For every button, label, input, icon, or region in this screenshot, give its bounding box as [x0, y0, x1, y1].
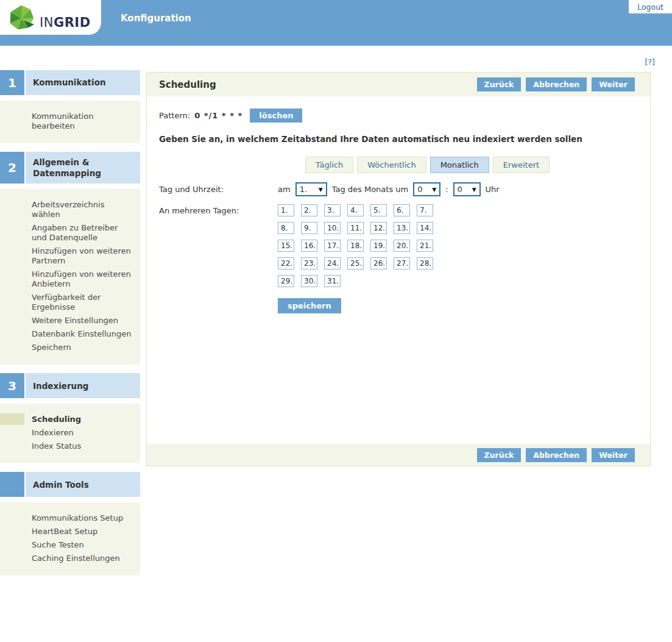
day-button-29[interactable]: 29.: [278, 275, 294, 287]
multi-days-row: An mehreren Tagen: 1.2.3.4.5.6.7.8.9.10.…: [159, 204, 638, 287]
tab-erweitert[interactable]: Erweitert: [493, 157, 550, 173]
day-button-15[interactable]: 15.: [278, 240, 294, 252]
sidebar-item-speichern[interactable]: Speichern: [0, 341, 140, 354]
day-button-27[interactable]: 27.: [394, 257, 410, 269]
minute-select[interactable]: 0 ▼: [453, 182, 481, 196]
day-button-4[interactable]: 4.: [347, 204, 364, 216]
day-button-26[interactable]: 26.: [370, 257, 387, 269]
day-button-28[interactable]: 28.: [417, 257, 433, 269]
am-text: am: [278, 185, 291, 194]
section-items: Kommunikations SetupHeartBeat SetupSuche…: [0, 502, 140, 576]
day-button-24[interactable]: 24.: [324, 257, 341, 269]
chevron-down-icon: ▼: [319, 187, 323, 193]
ingrid-logo[interactable]: INGRID: [0, 0, 101, 35]
month-day-select[interactable]: 1. ▼: [295, 182, 327, 196]
day-button-2[interactable]: 2.: [301, 204, 317, 216]
sidebar-item-caching-einstellungen[interactable]: Caching Einstellungen: [0, 552, 140, 565]
multi-days-label: An mehreren Tagen:: [159, 204, 278, 215]
day-button-17[interactable]: 17.: [324, 240, 341, 252]
sidebar-item-verfuegbarkeit-der-ergebnisse[interactable]: Verfügbarkeit der Ergebnisse: [0, 291, 140, 314]
sidebar-section-header-admin-tools: Admin Tools: [0, 472, 140, 497]
bottom-nav-buttons: ZurückAbbrechenWeiter: [477, 448, 635, 462]
day-time-controls: am 1. ▼ Tag des Monats um 0 ▼ : 0 ▼ Uhr: [278, 182, 504, 196]
day-button-14[interactable]: 14.: [417, 222, 433, 234]
between-text: Tag des Monats um: [332, 185, 409, 194]
minute-select-value: 0: [458, 185, 462, 194]
day-button-13[interactable]: 13.: [394, 222, 410, 234]
day-button-8[interactable]: 8.: [278, 222, 294, 234]
section-number: 3: [0, 373, 24, 398]
day-button-31[interactable]: 31.: [324, 275, 341, 287]
tab-woechentlich[interactable]: Wöchentlich: [357, 157, 426, 173]
save-button[interactable]: speichern: [278, 298, 341, 313]
day-button-16[interactable]: 16.: [301, 240, 317, 252]
sidebar-section-header-kommunikation: 1Kommunikation: [0, 70, 140, 95]
sidebar-section-header-allgemein-und-datenmapping: 2Allgemein & Datenmapping: [0, 152, 140, 184]
day-button-21[interactable]: 21.: [417, 240, 433, 252]
section-items: Kommunikation bearbeiten: [0, 101, 140, 143]
uhr-text: Uhr: [486, 185, 500, 194]
day-button-19[interactable]: 19.: [370, 240, 387, 252]
help-link[interactable]: [?]: [645, 57, 655, 66]
day-button-7[interactable]: 7.: [417, 204, 433, 216]
sidebar-item-kommunikation-bearbeiten[interactable]: Kommunikation bearbeiten: [0, 110, 140, 133]
day-button-12[interactable]: 12.: [370, 222, 387, 234]
weiter-button[interactable]: Weiter: [592, 448, 635, 462]
pattern-label: Pattern:: [159, 111, 190, 120]
day-button-25[interactable]: 25.: [347, 257, 364, 269]
day-button-22[interactable]: 22.: [278, 257, 294, 269]
abbrechen-button[interactable]: Abbrechen: [526, 448, 587, 462]
day-button-3[interactable]: 3.: [324, 204, 341, 216]
ingrid-logo-icon: [7, 3, 35, 32]
panel-title: Scheduling: [159, 79, 477, 90]
sidebar-item-suche-testen[interactable]: Suche Testen: [0, 538, 140, 552]
zurueck-button[interactable]: Zurück: [477, 77, 522, 91]
panel-footer: ZurückAbbrechenWeiter: [147, 444, 650, 466]
zurueck-button[interactable]: Zurück: [477, 448, 522, 462]
day-time-label: Tag und Uhrzeit:: [159, 182, 278, 194]
sidebar-item-scheduling[interactable]: Scheduling: [0, 413, 140, 426]
day-button-30[interactable]: 30.: [301, 275, 317, 287]
delete-pattern-button[interactable]: löschen: [250, 109, 302, 123]
sidebar-item-hinzufuegen-von-weiteren-partnern[interactable]: Hinzufügen von weiteren Partnern: [0, 244, 140, 268]
day-button-1[interactable]: 1.: [278, 204, 294, 216]
tab-monatlich[interactable]: Monatlich: [430, 157, 489, 173]
abbrechen-button[interactable]: Abbrechen: [526, 77, 587, 91]
day-button-18[interactable]: 18.: [347, 240, 364, 252]
section-title: Kommunikation: [26, 70, 140, 95]
section-number: 1: [0, 70, 24, 95]
day-button-6[interactable]: 6.: [394, 204, 410, 216]
weiter-button[interactable]: Weiter: [592, 77, 635, 91]
day-button-11[interactable]: 11.: [347, 222, 364, 234]
day-button-23[interactable]: 23.: [301, 257, 317, 269]
day-time-row: Tag und Uhrzeit: am 1. ▼ Tag des Monats …: [159, 182, 638, 196]
sidebar-section-header-indexierung: 3Indexierung: [0, 373, 140, 398]
day-button-5[interactable]: 5.: [370, 204, 387, 216]
panel-content: Pattern: 0 */1 * * * löschen Geben Sie a…: [147, 96, 650, 444]
sidebar-item-datenbank-einstellungen[interactable]: Datenbank Einstellungen: [0, 327, 140, 341]
sidebar-item-heartbeat-setup[interactable]: HeartBeat Setup: [0, 525, 140, 538]
colon-text: :: [445, 185, 448, 194]
day-button-10[interactable]: 10.: [324, 222, 341, 234]
save-row: speichern: [278, 298, 638, 313]
logout-button[interactable]: Logout: [629, 0, 672, 13]
section-number: 2: [0, 152, 24, 184]
sidebar-item-hinzufuegen-von-weiteren-anbietern[interactable]: Hinzufügen von weiteren Anbietern: [0, 268, 140, 291]
sidebar-item-indexieren[interactable]: Indexieren: [0, 426, 140, 440]
month-day-select-value: 1.: [300, 185, 307, 194]
hour-select[interactable]: 0 ▼: [413, 182, 440, 196]
main-panel: Scheduling ZurückAbbrechenWeiter Pattern…: [146, 72, 651, 466]
instruction-text: Geben Sie an, in welchem Zeitabstand Ihr…: [159, 134, 638, 144]
tab-taeglich[interactable]: Täglich: [305, 157, 353, 173]
sidebar-item-arbeitsverzeichnis-waehlen[interactable]: Arbeitsverzeichnis wählen: [0, 198, 140, 221]
sidebar-item-angaben-zu-betreiber-und-datenquelle[interactable]: Angaben zu Betreiber und Datenquelle: [0, 221, 140, 244]
chevron-down-icon: ▼: [472, 187, 476, 193]
top-nav-buttons: ZurückAbbrechenWeiter: [477, 77, 635, 91]
day-button-9[interactable]: 9.: [301, 222, 317, 234]
sidebar-item-index-status[interactable]: Index Status: [0, 440, 140, 453]
pattern-row: Pattern: 0 */1 * * * löschen: [159, 109, 638, 123]
sidebar-item-weitere-einstellungen[interactable]: Weitere Einstellungen: [0, 314, 140, 327]
day-button-20[interactable]: 20.: [394, 240, 410, 252]
sidebar-item-kommunikations-setup[interactable]: Kommunikations Setup: [0, 512, 140, 525]
brand-in: IN: [40, 15, 54, 30]
